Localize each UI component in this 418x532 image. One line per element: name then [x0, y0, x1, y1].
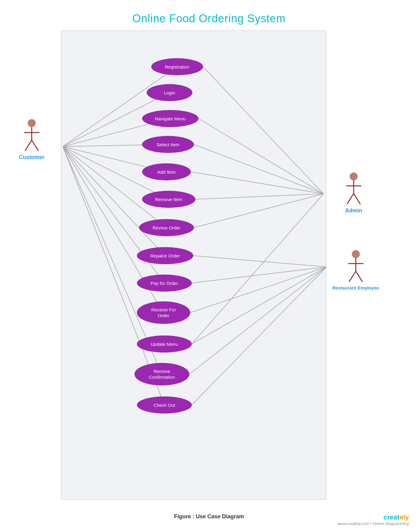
- svg-line-20: [190, 267, 326, 313]
- svg-line-15: [191, 172, 323, 194]
- svg-line-17: [194, 194, 323, 228]
- svg-line-34: [354, 193, 360, 204]
- creately-tagline: www.creately.com • Online Diagramming: [338, 521, 409, 526]
- restaurant-employee-figure: [347, 250, 365, 283]
- admin-figure: [345, 172, 363, 206]
- svg-point-25: [28, 119, 36, 127]
- use-case-receive-confirmation: ReceiveConfirmation: [134, 363, 189, 385]
- svg-line-22: [189, 267, 326, 374]
- svg-line-19: [192, 267, 326, 283]
- use-case-select-item: Select Item: [142, 136, 194, 153]
- svg-line-24: [193, 256, 326, 267]
- creately-brand-name: creately: [338, 513, 409, 521]
- use-case-remove-item: Remove Item: [142, 191, 195, 208]
- use-case-add-item: Add Item: [142, 163, 191, 180]
- customer-label: Customer: [19, 154, 45, 161]
- admin-label: Admin: [345, 207, 362, 214]
- use-case-navigate-menu: Navigate Menu: [142, 110, 198, 127]
- svg-line-23: [192, 267, 326, 405]
- use-case-login: Login: [147, 84, 192, 101]
- svg-line-38: [349, 271, 356, 282]
- svg-line-13: [198, 119, 323, 194]
- svg-line-29: [32, 140, 38, 151]
- page-title: Online Food Ordering System: [0, 0, 418, 25]
- svg-line-18: [192, 194, 323, 344]
- svg-line-6: [63, 147, 166, 228]
- svg-point-30: [350, 172, 358, 180]
- use-case-review-order: Review Order: [139, 219, 194, 236]
- use-case-replace-order: Repalce Order: [137, 247, 193, 264]
- svg-line-39: [356, 271, 363, 282]
- svg-line-16: [195, 194, 323, 199]
- svg-line-12: [203, 67, 323, 194]
- connection-lines: [61, 31, 326, 499]
- use-case-receive-for-order: Receive ForOrder: [137, 301, 190, 324]
- actor-admin: Admin: [345, 172, 363, 214]
- restaurant-employee-label: Restaurant Employee: [332, 285, 379, 290]
- svg-line-33: [347, 193, 354, 204]
- actor-customer: Customer: [19, 119, 45, 161]
- svg-line-21: [192, 267, 326, 344]
- use-case-registration: Registration: [151, 58, 203, 75]
- use-case-pay-for-order: Pay for Order: [137, 275, 192, 292]
- svg-line-28: [25, 140, 32, 151]
- diagram-container: Registration Login Navigate Menu Select …: [61, 30, 326, 500]
- use-case-update-menu: Update Menu: [137, 335, 192, 353]
- customer-figure: [23, 119, 41, 152]
- svg-line-0: [63, 67, 177, 147]
- svg-point-35: [352, 250, 360, 258]
- actor-restaurant-employee: Restaurant Employee: [332, 250, 379, 290]
- use-case-check-out: Check Out: [137, 396, 192, 413]
- svg-line-14: [194, 144, 323, 194]
- creately-logo: creately www.creately.com • Online Diagr…: [338, 513, 409, 526]
- figure-caption: Figure : Use Case Diagram: [174, 513, 244, 520]
